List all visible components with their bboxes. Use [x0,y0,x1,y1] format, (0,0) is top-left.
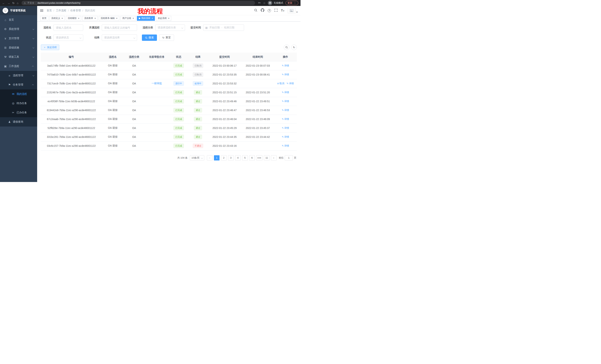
back-icon[interactable]: ← [2,2,5,4]
detail-link[interactable]: ✎详情 [282,118,289,120]
current-task-link[interactable]: 一级审批 [151,82,162,85]
process-name-input[interactable] [53,25,83,31]
forward-icon[interactable]: → [7,2,10,4]
cell-end-time: 2022-01-22 23:44:42 [241,133,274,141]
result-tag: 处理中 [193,81,203,86]
reload-icon[interactable]: ↻ [12,2,15,4]
refresh-table-button[interactable]: ↻ [291,45,297,50]
pager-page-4[interactable]: 4 [235,155,241,161]
incognito-label: 无痕模式 [274,1,283,5]
breadcrumb-item-首页[interactable]: 首页 [47,9,52,12]
cancel-link[interactable]: ⊘取消 [277,82,284,85]
close-icon[interactable]: × [151,17,153,19]
sidebar-item-系统管理[interactable]: ⚙系统管理 [0,25,37,34]
cell-status: 已完成 [169,133,188,141]
warning-icon: ⚠ [24,2,26,4]
cell-end-time: 2022-01-23 00:07:03 [241,61,274,70]
github-icon[interactable] [261,8,264,13]
goto-page-input[interactable] [285,155,293,161]
toggle-search-button[interactable] [284,45,289,50]
help-icon[interactable]: ? [268,9,271,12]
key-icon[interactable] [258,1,261,5]
breadcrumb-item-任务管理[interactable]: 任务管理 [70,9,81,12]
app-logo[interactable]: 芋道管理系统 [0,6,37,15]
url-text[interactable]: dashboard.yudao.iocoder.cn/bpm/task/my [38,2,80,4]
fullscreen-icon[interactable] [274,9,278,13]
tab-首页[interactable]: 首页 [40,16,48,21]
process-category-select[interactable]: 请选择流程分类 [155,25,185,31]
tab-发起流程[interactable]: 发起流程× [156,16,171,21]
close-icon[interactable]: × [116,17,118,19]
avatar[interactable]: ▾ [288,8,298,13]
pager-next-button[interactable]: › [271,155,277,161]
pager-page-2[interactable]: 2 [221,155,227,161]
table-row: 819442e8-7b9a-11ec-a290-acde48001122OA 请… [41,106,297,115]
sidebar-item-请假查询[interactable]: ♟请假查询 [0,117,37,126]
detail-link[interactable]: ✎详情 [282,91,289,94]
done-icon: ✂ [11,111,15,114]
cell-status: 已完成 [169,97,188,106]
process-definition-input[interactable] [102,25,137,31]
browser-home-icon[interactable]: ⌂ [17,2,19,4]
detail-link[interactable]: ✎详情 [282,135,289,138]
update-button[interactable]: 更新 ⋮ [285,1,298,5]
cell-submit-time: 2022-01-22 23:46:04 [208,115,241,124]
security-label[interactable]: 不安全 [27,1,34,5]
collapse-sidebar-icon[interactable] [40,9,43,12]
breadcrumb-item-工作流程[interactable]: 工作流程 [56,9,66,12]
close-icon[interactable]: × [132,17,134,19]
pager-page-6[interactable]: 6 [249,155,255,161]
tab-我的流程[interactable]: 我的流程× [137,16,155,21]
tab-用户分组[interactable]: 用户分组× [120,16,136,21]
search-button[interactable]: 搜索 [142,35,157,41]
tab-流程表单[interactable]: 流程表单× [82,16,98,21]
pager-page-1[interactable]: 1 [214,155,220,161]
pager-more-button[interactable]: ●●● [256,155,262,161]
detail-icon: ✎ [282,136,284,138]
pager-page-5[interactable]: 5 [242,155,248,161]
detail-link[interactable]: ✎详情 [282,64,289,67]
submit-time-range-picker[interactable]: ▦ 开始日期 - 结束日期 [203,25,244,31]
sidebar-item-任务管理[interactable]: ⚑任务管理 [0,80,37,89]
cell-end-time [241,141,274,150]
tab-流程表单-编辑[interactable]: 流程表单-编辑× [99,16,120,21]
close-icon[interactable]: × [168,17,170,19]
browser-menu-dots-icon[interactable]: ⋮ [294,1,296,4]
close-icon[interactable]: × [94,17,96,19]
detail-link[interactable]: ✎详情 [282,144,289,147]
search-icon[interactable] [254,9,257,13]
sidebar-item-首页[interactable]: ⌂首页 [0,15,37,25]
sidebar-item-我的流程[interactable]: ✉我的流程 [0,89,37,99]
status-select[interactable]: 请选择状态 [53,35,83,41]
detail-link[interactable]: ✎详情 [282,100,289,103]
result-select[interactable]: 请选择流结果 [102,35,137,41]
detail-link[interactable]: ✎详情 [282,109,289,112]
sidebar-item-基础设施[interactable]: ⊞基础设施 [0,43,37,52]
reset-button[interactable]: ↻ 重置 [159,35,174,41]
cell-current-task [144,88,169,97]
result-placeholder: 请选择流结果 [104,36,120,39]
sidebar-item-工作流程[interactable]: ▣工作流程 [0,62,37,71]
pager-page-11[interactable]: 11 [264,155,270,161]
page-size-select[interactable]: 10条/页 [190,155,204,161]
tab-流程模型[interactable]: 流程模型× [66,16,81,21]
detail-link[interactable]: ✎详情 [282,126,289,129]
font-size-icon[interactable]: TT [281,9,284,12]
bookmark-star-icon[interactable]: ☆ [263,2,266,4]
pager-prev-button[interactable]: ‹ [207,155,212,161]
close-icon[interactable]: × [61,17,63,19]
sidebar-item-流程管理[interactable]: ≡流程管理 [0,71,37,80]
sidebar-item-已办任务[interactable]: ✂已办任务 [0,108,37,117]
sidebar-item-支付管理[interactable]: ¥支付管理 [0,34,37,43]
detail-link[interactable]: ✎详情 [282,73,289,76]
address-bar[interactable]: ⚠ 不安全 dashboard.yudao.iocoder.cn/bpm/tas… [21,1,255,5]
sidebar-item-研发工具[interactable]: ⚒研发工具 [0,52,37,62]
sidebar-item-待办任务[interactable]: ◎待办任务 [0,99,37,108]
pager-page-3[interactable]: 3 [228,155,234,161]
address-divider [36,2,36,4]
avatar-image [288,8,295,13]
tab-流程定义[interactable]: 流程定义× [50,16,65,21]
create-process-button[interactable]: ＋ 发起流程 [41,45,59,50]
close-icon[interactable]: × [78,17,80,19]
detail-link[interactable]: ✎详情 [287,82,294,85]
